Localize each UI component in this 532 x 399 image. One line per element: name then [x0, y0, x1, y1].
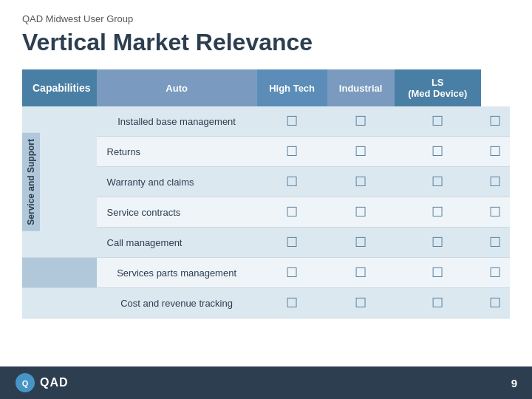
row-label: Returns — [97, 137, 257, 167]
table-row: Cost and revenue tracking — [22, 288, 510, 318]
check-ls — [481, 167, 510, 197]
row-label: Installed base management — [97, 106, 257, 137]
check-industrial — [395, 258, 481, 288]
check-industrial — [395, 228, 481, 258]
check-ls — [481, 258, 510, 288]
check-ls — [481, 197, 510, 228]
footer: Q QAD 9 — [0, 366, 532, 399]
row-label: Services parts management — [97, 258, 257, 288]
org-title: QAD Midwest User Group — [22, 13, 510, 24]
col-industrial: Industrial — [327, 69, 395, 106]
check-industrial — [395, 288, 481, 318]
col-capabilities: Capabilities — [22, 69, 97, 106]
check-auto — [257, 258, 327, 288]
svg-text:Q: Q — [22, 379, 29, 388]
page: QAD Midwest User Group Vertical Market R… — [0, 0, 532, 399]
check-hightech — [327, 258, 395, 288]
check-industrial — [395, 197, 481, 228]
check-ls — [481, 106, 510, 137]
col-auto: Auto — [97, 69, 257, 106]
check-industrial — [395, 167, 481, 197]
footer-logo-text: QAD — [40, 376, 69, 389]
footer-page-number: 9 — [511, 377, 517, 389]
row-label: Service contracts — [97, 197, 257, 228]
side-label-empty — [22, 258, 97, 288]
page-title: Vertical Market Relevance — [22, 29, 510, 56]
service-support-label: Service and Support — [22, 133, 40, 231]
side-label-empty — [22, 288, 97, 318]
check-auto — [257, 197, 327, 228]
row-label: Cost and revenue tracking — [97, 288, 257, 318]
check-auto — [257, 228, 327, 258]
check-hightech — [327, 228, 395, 258]
side-label-cell: Service and Support — [22, 106, 97, 258]
table-row: Service and Support Installed base manag… — [22, 106, 510, 137]
check-ls — [481, 228, 510, 258]
check-industrial — [395, 106, 481, 137]
row-label: Call management — [97, 228, 257, 258]
check-hightech — [327, 288, 395, 318]
check-hightech — [327, 137, 395, 167]
check-hightech — [327, 167, 395, 197]
footer-logo: Q QAD — [15, 372, 69, 393]
col-ls: LS(Med Device) — [395, 69, 481, 106]
check-auto — [257, 106, 327, 137]
check-hightech — [327, 106, 395, 137]
check-ls — [481, 137, 510, 167]
check-auto — [257, 288, 327, 318]
col-hightech: High Tech — [257, 69, 327, 106]
check-auto — [257, 167, 327, 197]
qad-logo-icon: Q — [15, 372, 35, 393]
check-hightech — [327, 197, 395, 228]
table-row: Services parts management — [22, 258, 510, 288]
check-auto — [257, 137, 327, 167]
check-industrial — [395, 137, 481, 167]
check-ls — [481, 288, 510, 318]
relevance-table: Capabilities Auto High Tech Industrial L… — [22, 69, 510, 318]
row-label: Warranty and claims — [97, 167, 257, 197]
